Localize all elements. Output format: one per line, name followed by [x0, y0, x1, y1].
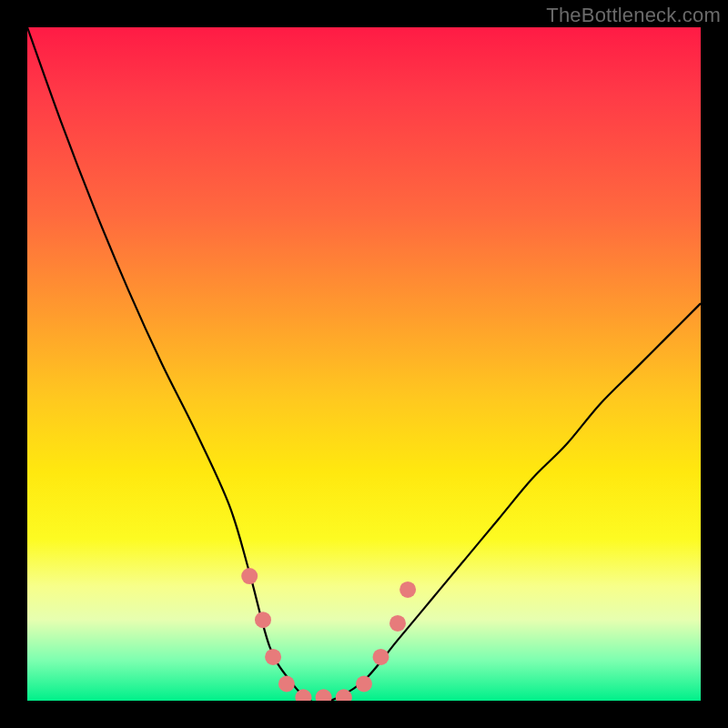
- curve-marker: [389, 615, 406, 632]
- curve-marker: [373, 649, 389, 665]
- curve-marker: [356, 676, 372, 693]
- curve-marker: [241, 568, 258, 584]
- curve-marker: [265, 649, 281, 665]
- watermark-text: TheBottleneck.com: [546, 4, 721, 27]
- plot-area: [27, 27, 701, 701]
- bottleneck-curve: [27, 27, 701, 701]
- curve-marker: [255, 612, 271, 628]
- chart-frame: TheBottleneck.com: [0, 0, 728, 728]
- curve-layer: [27, 27, 701, 701]
- curve-marker: [399, 581, 416, 598]
- curve-path: [27, 27, 701, 701]
- marker-group: [241, 568, 416, 701]
- curve-marker: [278, 676, 295, 693]
- curve-marker: [316, 689, 332, 701]
